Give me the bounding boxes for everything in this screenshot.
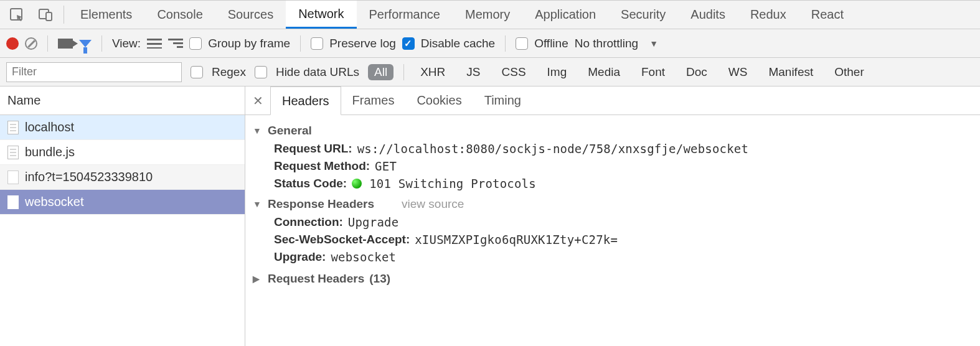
- request-name: websocket: [25, 195, 84, 209]
- label: Request Method:: [274, 159, 370, 173]
- inspect-element-icon[interactable]: [2, 1, 31, 29]
- request-row[interactable]: websocket: [0, 190, 245, 215]
- view-source-link[interactable]: view source: [402, 197, 464, 211]
- section-title: Response Headers: [268, 197, 374, 211]
- throttling-select[interactable]: No throttling ▼: [575, 37, 658, 50]
- header-value: Upgrade: [348, 215, 398, 229]
- file-icon: [7, 171, 19, 184]
- type-filter-js[interactable]: JS: [460, 64, 486, 80]
- group-by-frame-checkbox[interactable]: [189, 37, 202, 50]
- network-filter-bar: Regex Hide data URLs All XHR JS CSS Img …: [0, 58, 980, 86]
- details-tab-headers[interactable]: Headers: [270, 86, 341, 115]
- separator: [101, 35, 102, 52]
- offline-checkbox[interactable]: [516, 37, 528, 50]
- request-name: info?t=1504523339810: [25, 170, 153, 184]
- screenshot-icon[interactable]: [58, 39, 73, 49]
- close-details-button[interactable]: ✕: [245, 86, 270, 115]
- tab-label: Headers: [282, 94, 329, 108]
- tab-label: Elements: [80, 7, 132, 22]
- document-icon: [7, 121, 19, 134]
- type-filter-css[interactable]: CSS: [495, 64, 532, 80]
- disclosure-triangle-icon: ▼: [253, 126, 263, 136]
- hide-data-urls-checkbox[interactable]: [255, 66, 267, 78]
- record-button[interactable]: [6, 37, 19, 50]
- type-filter-xhr[interactable]: XHR: [414, 64, 451, 80]
- tab-memory[interactable]: Memory: [453, 1, 522, 29]
- details-tab-frames[interactable]: Frames: [341, 86, 406, 115]
- type-filter-all[interactable]: All: [368, 64, 393, 80]
- section-count: (13): [369, 272, 390, 286]
- tab-console[interactable]: Console: [144, 1, 215, 29]
- type-filter-manifest[interactable]: Manifest: [762, 64, 819, 80]
- tab-react[interactable]: React: [799, 1, 856, 29]
- section-general[interactable]: ▼ General: [253, 124, 980, 138]
- tab-label: React: [811, 7, 844, 22]
- request-row[interactable]: bundle.js: [0, 140, 245, 165]
- tab-label: Frames: [352, 93, 395, 108]
- label: Request URL:: [274, 142, 352, 156]
- overview-icon[interactable]: [168, 39, 183, 49]
- separator: [300, 35, 301, 52]
- device-toolbar-icon[interactable]: [31, 1, 60, 29]
- type-filter-doc[interactable]: Doc: [680, 64, 714, 80]
- tab-redux[interactable]: Redux: [738, 1, 799, 29]
- disclosure-triangle-icon: ▶: [253, 274, 263, 284]
- separator: [64, 6, 64, 24]
- filter-toggle-icon[interactable]: [79, 40, 92, 47]
- tab-label: Memory: [465, 7, 510, 22]
- type-filter-other[interactable]: Other: [828, 64, 870, 80]
- details-tab-cookies[interactable]: Cookies: [405, 86, 473, 115]
- clear-button[interactable]: [25, 37, 37, 50]
- response-header-row: Sec-WebSocket-Accept: xIUSMZXPIgko6qRUXK…: [253, 231, 980, 248]
- tab-label: Sources: [228, 7, 273, 22]
- chevron-down-icon: ▼: [649, 39, 658, 49]
- svg-rect-2: [46, 12, 52, 21]
- header-value: websocket: [331, 250, 396, 264]
- tab-label: Console: [157, 7, 202, 22]
- request-name: bundle.js: [25, 145, 75, 159]
- type-filter-font[interactable]: Font: [635, 64, 671, 80]
- section-title: General: [268, 124, 312, 138]
- disclosure-triangle-icon: ▼: [253, 199, 263, 209]
- type-filter-img[interactable]: Img: [541, 64, 573, 80]
- offline-label: Offline: [534, 37, 568, 50]
- filter-input[interactable]: [6, 62, 182, 82]
- regex-checkbox[interactable]: [191, 66, 203, 78]
- network-toolbar: View: Group by frame Preserve log Disabl…: [0, 29, 980, 58]
- tab-performance[interactable]: Performance: [357, 1, 453, 29]
- group-by-frame-label: Group by frame: [208, 37, 290, 50]
- hide-data-urls-label: Hide data URLs: [276, 65, 359, 79]
- type-filter-media[interactable]: Media: [582, 64, 626, 80]
- type-filter-ws[interactable]: WS: [722, 64, 754, 80]
- details-tabs: ✕ Headers Frames Cookies Timing: [245, 86, 980, 115]
- value: 101 Switching Protocols: [369, 177, 536, 190]
- section-response-headers[interactable]: ▼ Response Headers view source: [253, 197, 980, 211]
- disable-cache-checkbox[interactable]: [402, 37, 415, 50]
- requests-panel: Name localhost bundle.js info?t=15045233…: [0, 86, 245, 346]
- request-row[interactable]: localhost: [0, 115, 245, 140]
- tab-label: Timing: [484, 93, 521, 108]
- disable-cache-label: Disable cache: [421, 37, 495, 50]
- network-body: Name localhost bundle.js info?t=15045233…: [0, 86, 980, 346]
- status-dot-icon: [352, 179, 362, 189]
- response-header-row: Upgrade: websocket: [253, 248, 980, 266]
- request-row[interactable]: info?t=1504523339810: [0, 165, 245, 190]
- section-request-headers[interactable]: ▶ Request Headers (13): [253, 272, 980, 286]
- view-label: View:: [112, 37, 141, 50]
- preserve-log-checkbox[interactable]: [311, 37, 323, 50]
- devtools-main-tabs: Elements Console Sources Network Perform…: [0, 1, 980, 29]
- request-name: localhost: [25, 120, 74, 134]
- column-header-name[interactable]: Name: [0, 86, 245, 115]
- details-tab-timing[interactable]: Timing: [473, 86, 532, 115]
- label: Status Code:: [274, 177, 347, 190]
- throttling-value: No throttling: [575, 37, 638, 50]
- tab-security[interactable]: Security: [608, 1, 678, 29]
- large-rows-icon[interactable]: [147, 39, 162, 49]
- tab-network[interactable]: Network: [286, 1, 356, 29]
- tab-audits[interactable]: Audits: [678, 1, 738, 29]
- tab-elements[interactable]: Elements: [68, 1, 144, 29]
- regex-label: Regex: [212, 65, 246, 79]
- tab-application[interactable]: Application: [522, 1, 608, 29]
- section-title: Request Headers: [268, 272, 364, 286]
- tab-sources[interactable]: Sources: [215, 1, 286, 29]
